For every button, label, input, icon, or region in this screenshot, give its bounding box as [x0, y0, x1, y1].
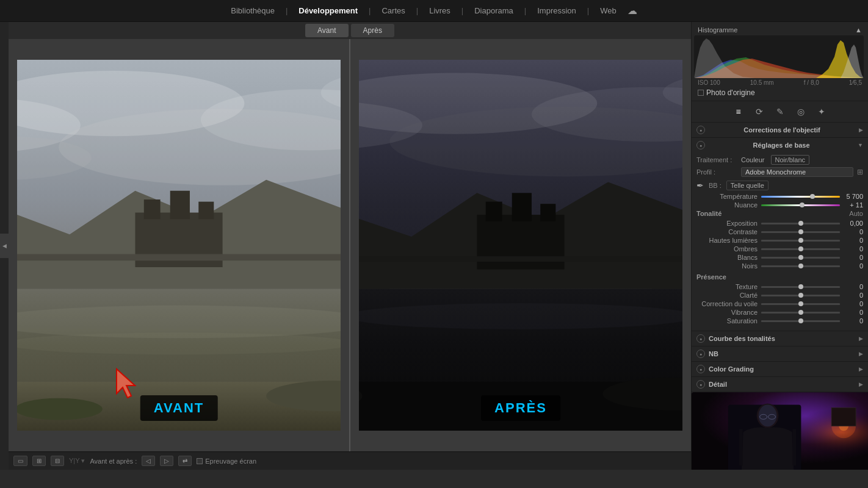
blancs-thumb[interactable] [798, 255, 803, 260]
nav-bibliotheque[interactable]: Bibliothèque [231, 6, 275, 15]
apres-tab[interactable]: Après [351, 24, 394, 37]
tonalite-auto[interactable]: Auto [849, 210, 863, 217]
swap-both-btn[interactable]: ⇄ [178, 456, 192, 466]
traitement-couleur[interactable]: Couleur [741, 156, 765, 163]
clarte-slider[interactable] [761, 295, 840, 296]
tool-sliders[interactable]: ≡ [732, 105, 745, 118]
nav-livres[interactable]: Livres [429, 6, 450, 15]
profil-value[interactable]: Adobe Monochrome [741, 167, 853, 177]
nav-web[interactable]: Web [600, 6, 617, 15]
svg-rect-35 [512, 193, 532, 221]
vibrance-slider[interactable] [761, 312, 840, 314]
courbe-arrow-icon[interactable]: ▶ [859, 336, 863, 342]
exposition-label: Exposition [696, 220, 758, 227]
cloud-icon[interactable]: ☁ [627, 5, 637, 16]
tool-gradient[interactable]: ✦ [815, 105, 828, 118]
correction-voile-thumb[interactable] [798, 301, 803, 306]
view-vert-btn[interactable]: ⊟ [51, 456, 64, 466]
nb-eye-icon[interactable]: ● [696, 350, 705, 358]
corrections-objectif-header[interactable]: ● Corrections de l'objectif ▶ [692, 123, 868, 137]
histogram-title: Histogramme [698, 26, 737, 34]
photo-orig-checkbox[interactable] [698, 90, 704, 96]
correction-voile-slider[interactable] [761, 303, 840, 305]
temperature-slider[interactable] [761, 196, 840, 198]
avant-tab[interactable]: Avant [305, 24, 348, 37]
traitement-nb[interactable]: Noir/blanc [771, 155, 810, 165]
corrections-arrow-icon[interactable]: ▶ [859, 127, 863, 133]
nav-diaporama[interactable]: Diaporama [474, 6, 513, 15]
ombres-thumb[interactable] [798, 246, 803, 251]
focal-value: 10.5 mm [750, 79, 774, 86]
color-grading-eye-icon[interactable]: ● [696, 365, 705, 373]
profil-grid-icon[interactable]: ⊞ [857, 168, 863, 176]
image-area: AVANT [9, 39, 691, 451]
reglages-base-header[interactable]: ● Réglages de base ▼ [692, 138, 868, 152]
hautes-lum-slider[interactable] [761, 240, 840, 242]
iso-value: ISO 100 [698, 79, 720, 86]
apres-badge[interactable]: APRÈS [481, 395, 560, 421]
contraste-slider-row: Contraste 0 [696, 228, 863, 235]
profil-row: Profil : Adobe Monochrome ⊞ [696, 167, 863, 177]
nuance-slider-row: Nuance + 11 [696, 201, 863, 209]
noirs-slider-row: Noirs 0 [696, 262, 863, 270]
before-photo-wrapper [17, 60, 341, 431]
tool-brush[interactable]: ✎ [773, 105, 787, 118]
contraste-thumb[interactable] [798, 229, 803, 234]
tool-radial[interactable]: ◎ [794, 105, 808, 118]
tool-curves[interactable]: ⟳ [753, 105, 766, 118]
reglages-arrow-icon[interactable]: ▼ [858, 142, 863, 148]
vibrance-thumb[interactable] [798, 310, 803, 315]
hautes-lum-thumb[interactable] [798, 238, 803, 243]
nav-cartes[interactable]: Cartes [382, 6, 405, 15]
nav-separator-1: | [286, 6, 288, 15]
view-single-btn[interactable]: ▭ [13, 456, 27, 466]
view-grid-btn[interactable]: ⊞ [32, 456, 46, 466]
exposition-slider[interactable] [761, 223, 840, 224]
clarte-thumb[interactable] [798, 293, 803, 298]
nb-arrow-icon[interactable]: ▶ [859, 351, 863, 357]
detail-arrow-icon[interactable]: ▶ [859, 381, 863, 387]
color-grading-arrow-icon[interactable]: ▶ [859, 366, 863, 372]
left-panel-toggle[interactable]: ◀ [0, 234, 9, 258]
temperature-thumb[interactable] [810, 194, 815, 199]
reglages-base-section: ● Réglages de base ▼ Traitement : Couleu… [692, 138, 868, 331]
profil-label: Profil : [696, 168, 736, 176]
clarte-slider-row: Clarté 0 [696, 292, 863, 299]
noirs-thumb[interactable] [798, 264, 803, 268]
nb-left: ● NB [696, 350, 718, 358]
eyedropper-icon[interactable]: ✒ [696, 181, 704, 190]
ombres-value: 0 [844, 245, 863, 253]
ombres-slider-row: Ombres 0 [696, 245, 863, 253]
nav-developpement[interactable]: Développement [298, 6, 358, 15]
contraste-slider[interactable] [761, 231, 840, 233]
saturation-slider-row: Saturation 0 [696, 317, 863, 325]
ombres-slider[interactable] [761, 248, 840, 250]
svg-rect-12 [17, 254, 341, 260]
avant-badge[interactable]: AVANT [140, 395, 218, 421]
blancs-slider[interactable] [761, 257, 840, 259]
nuance-thumb[interactable] [800, 203, 805, 207]
histogram-arrow[interactable]: ▲ [855, 26, 862, 34]
texture-slider[interactable] [761, 286, 840, 288]
courbe-eye-icon[interactable]: ● [696, 334, 705, 343]
histogram-meta: ISO 100 10.5 mm f / 8,0 1⁄6,5 [694, 78, 866, 87]
right-panel-scroll[interactable]: ● Corrections de l'objectif ▶ ● Réglages… [692, 123, 868, 470]
after-photo-wrapper [359, 60, 682, 431]
swap-left-btn[interactable]: ◁ [142, 456, 155, 466]
epreuvage-checkbox[interactable] [197, 458, 203, 464]
swap-right-btn[interactable]: ▷ [160, 456, 173, 466]
nav-impression[interactable]: Impression [537, 6, 576, 15]
detail-title: Détail [709, 381, 727, 388]
clarte-label: Clarté [696, 292, 758, 299]
noirs-slider[interactable] [761, 265, 840, 267]
corrections-eye-icon[interactable]: ● [696, 126, 705, 134]
nuance-slider[interactable] [761, 204, 840, 206]
saturation-thumb[interactable] [798, 318, 803, 323]
detail-eye-icon[interactable]: ● [696, 380, 705, 389]
reglages-eye-icon[interactable]: ● [696, 141, 705, 149]
saturation-slider[interactable] [761, 320, 840, 322]
bb-value[interactable]: Telle quelle [726, 181, 769, 190]
epreuvage-check[interactable]: Epreuvage écran [197, 458, 256, 465]
exposition-thumb[interactable] [798, 221, 803, 226]
texture-thumb[interactable] [798, 284, 803, 289]
